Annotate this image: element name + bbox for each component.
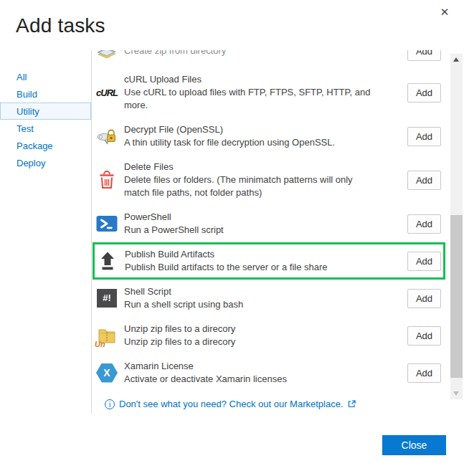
add-button[interactable]: Add — [407, 50, 441, 61]
task-description: Run a PowerShell script — [124, 224, 371, 237]
task-title: cURL Upload Files — [124, 73, 371, 86]
task-title: Xamarin License — [124, 360, 371, 373]
sidebar-item-all[interactable]: All — [0, 68, 91, 85]
task-description: Delete files or folders. (The minimatch … — [124, 173, 371, 199]
add-button[interactable]: Add — [407, 83, 441, 103]
marketplace-link[interactable]: i Don't see what you need? Check out our… — [92, 391, 464, 409]
powershell-icon — [96, 213, 118, 234]
sidebar-item-package[interactable]: Package — [0, 137, 91, 154]
task-row: PowerShell Run a PowerShell script Add — [92, 205, 445, 242]
curl-icon: cURL — [96, 82, 118, 103]
shebang-icon: #! — [96, 287, 118, 309]
task-list-viewport: Create zip from directory Add cURL cURL … — [92, 50, 445, 391]
task-row: Delete Files Delete files or folders. (T… — [92, 155, 445, 205]
marketplace-link-text[interactable]: Don't see what you need? Check out our M… — [119, 399, 344, 409]
task-description: A thin utility task for file decryption … — [124, 136, 371, 149]
task-row-highlighted: Publish Build Artifacts Publish Build ar… — [93, 242, 445, 280]
scrollbar-down-icon[interactable] — [450, 388, 463, 399]
task-title: PowerShell — [124, 211, 371, 224]
scrollbar-thumb[interactable] — [450, 215, 463, 378]
task-description: Publish Build artifacts to the server or… — [125, 261, 372, 274]
close-icon[interactable]: ✕ — [437, 4, 453, 20]
add-tasks-dialog: Add tasks ✕ All Build Utility Test Packa… — [0, 0, 464, 476]
task-row: X Xamarin License Activate or deactivate… — [92, 354, 445, 391]
close-button[interactable]: Close — [382, 435, 446, 455]
sidebar-item-deploy[interactable]: Deploy — [0, 154, 91, 171]
external-link-icon — [348, 400, 356, 408]
dialog-header: Add tasks ✕ — [0, 0, 464, 50]
sidebar-item-utility[interactable]: Utility — [0, 103, 91, 120]
add-button[interactable]: Add — [407, 363, 441, 383]
xamarin-icon: X — [96, 362, 118, 384]
task-title: Shell Script — [124, 285, 371, 298]
sidebar-item-test[interactable]: Test — [0, 120, 91, 137]
scrollbar[interactable] — [450, 54, 463, 399]
task-title: Create zip from directory — [124, 50, 371, 57]
dialog-footer: Close — [0, 414, 464, 476]
add-button[interactable]: Add — [407, 171, 441, 190]
task-description: Run a shell script using bash — [124, 298, 371, 311]
task-row: #! Shell Script Run a shell script using… — [92, 280, 445, 317]
task-description: Unzip zip files to a direcory — [124, 335, 371, 348]
task-list-panel: Create zip from directory Add cURL cURL … — [91, 50, 464, 414]
scrollbar-up-icon[interactable] — [450, 54, 463, 65]
task-title: Publish Build Artifacts — [125, 248, 372, 261]
task-row: Decrypt File (OpenSSL) A thin utility ta… — [92, 118, 445, 155]
add-button[interactable]: Add — [407, 289, 441, 308]
task-title: Delete Files — [124, 161, 371, 173]
task-description: Use cURL to upload files with FTP, FTPS,… — [124, 86, 371, 112]
task-title: Decrypt File (OpenSSL) — [124, 123, 371, 136]
trash-icon — [96, 169, 118, 191]
add-button[interactable]: Add — [407, 214, 441, 234]
task-title: Unzip zip files to a direcory — [124, 323, 371, 335]
zip-folder-icon — [96, 50, 118, 62]
info-icon: i — [105, 399, 115, 409]
task-row: Create zip from directory Add — [92, 50, 445, 67]
sidebar-item-build[interactable]: Build — [0, 85, 91, 103]
unzip-folder-icon: Un — [96, 325, 118, 346]
page-title: Add tasks — [16, 14, 464, 37]
dialog-body: All Build Utility Test Package Deploy — [0, 50, 464, 414]
task-description: Activate or deactivate Xamarin licenses — [124, 373, 371, 386]
task-row: cURL cURL Upload Files Use cURL to uploa… — [92, 67, 445, 118]
upload-arrow-icon — [97, 250, 118, 272]
category-sidebar: All Build Utility Test Package Deploy — [0, 50, 91, 414]
add-button[interactable]: Add — [407, 252, 441, 271]
key-lock-icon — [96, 125, 118, 147]
add-button[interactable]: Add — [407, 326, 441, 346]
task-row: Un Unzip zip files to a direcory Unzip z… — [92, 317, 445, 354]
add-button[interactable]: Add — [407, 127, 441, 146]
